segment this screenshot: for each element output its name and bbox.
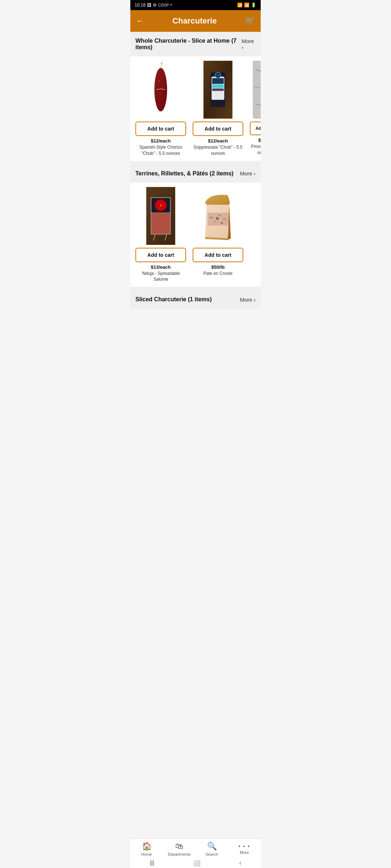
add-to-cart-finocchiona[interactable]: Add t...: [250, 122, 261, 135]
header: ← Charcuterie 🛒: [130, 10, 261, 32]
svg-point-37: [214, 221, 216, 222]
signal-icon: 📶: [244, 3, 249, 8]
svg-line-5: [161, 64, 161, 68]
product-card-nduja: T Add to cart $13/each 'Nduja - Spreadab…: [134, 187, 188, 283]
add-to-cart-pate[interactable]: Add to cart: [193, 248, 243, 262]
product-price-finocchiona: $12/: [258, 137, 261, 143]
product-image-finocchiona: [250, 61, 261, 119]
svg-point-38: [216, 217, 219, 220]
wifi-icon: 📶: [237, 3, 243, 8]
product-name-soppressata: Soppressata "Chub" - 5.5 ounces: [191, 144, 245, 157]
section-terrines-more[interactable]: More ›: [240, 170, 256, 176]
svg-point-0: [154, 68, 167, 111]
svg-rect-18: [253, 61, 261, 119]
cart-button[interactable]: 🛒: [245, 16, 255, 26]
back-button[interactable]: ←: [136, 16, 144, 26]
product-image-soppressata: T: [193, 61, 243, 119]
status-coop-icon: COOP: [158, 3, 169, 7]
product-card-chorizo: Add to cart $12/each Spanish-Style Chori…: [134, 61, 188, 157]
svg-point-39: [221, 222, 223, 224]
svg-point-6: [161, 62, 163, 64]
svg-point-3: [159, 93, 161, 95]
page-content: Whole Charcuterie - Slice at Home (7 ite…: [130, 32, 261, 345]
svg-rect-14: [212, 85, 224, 88]
divider-2: [130, 287, 261, 290]
svg-text:T: T: [160, 204, 161, 207]
svg-point-34: [210, 216, 213, 218]
status-time: 10:18: [135, 3, 146, 8]
status-photo-icon: 🖼: [147, 3, 151, 8]
svg-point-2: [161, 86, 163, 87]
section-whole-charcuterie-more[interactable]: More ›: [242, 38, 256, 50]
product-price-chorizo: $12/each: [151, 138, 171, 144]
product-price-pate: $50/lb: [211, 264, 225, 270]
section-sliced-more[interactable]: More ›: [240, 297, 256, 303]
section-whole-charcuterie-title: Whole Charcuterie - Slice at Home (7 ite…: [135, 38, 242, 51]
status-dot-icon: •: [170, 3, 172, 8]
svg-point-35: [218, 214, 221, 216]
product-price-nduja: $13/each: [151, 264, 171, 270]
product-name-finocchiona: Finocchiona oun...: [248, 144, 261, 156]
svg-point-4: [162, 98, 163, 99]
product-image-chorizo: [135, 61, 186, 119]
product-name-chorizo: Spanish-Style Chorizo "Chub" - 5.5 ounce…: [134, 144, 188, 157]
product-card-pate: Add to cart $50/lb Pate en Croute: [191, 187, 245, 283]
whole-charcuterie-scroll: Add to cart $12/each Spanish-Style Chori…: [130, 56, 261, 161]
product-image-nduja: T: [135, 187, 186, 245]
svg-rect-31: [151, 213, 170, 234]
svg-rect-15: [212, 89, 224, 91]
product-card-finocchiona: Add t... $12/ Finocchiona oun...: [248, 61, 261, 157]
battery-icon: 🔋: [251, 3, 256, 8]
add-to-cart-soppressata[interactable]: Add to cart: [193, 122, 243, 136]
add-to-cart-chorizo[interactable]: Add to cart: [135, 122, 186, 136]
terrines-scroll: T Add to cart $13/each 'Nduja - Spreadab…: [130, 183, 261, 287]
status-settings-icon: ⚙: [153, 3, 157, 8]
status-left: 10:18 🖼 ⚙ COOP •: [135, 3, 172, 8]
product-name-pate: Pate en Croute: [203, 271, 233, 277]
add-to-cart-nduja[interactable]: Add to cart: [135, 248, 186, 262]
page-title: Charcuterie: [172, 16, 216, 26]
section-whole-charcuterie-header: Whole Charcuterie - Slice at Home (7 ite…: [130, 32, 261, 56]
product-price-soppressata: $12/each: [208, 138, 228, 144]
svg-rect-13: [212, 78, 224, 84]
section-terrines-header: Terrines, Rillettes, & Pâtés (2 items) M…: [130, 165, 261, 183]
svg-point-1: [158, 80, 160, 82]
section-sliced-title: Sliced Charcuterie (1 items): [135, 296, 212, 303]
product-name-nduja: 'Nduja - Spreadable Salume: [134, 271, 188, 283]
product-image-pate: [193, 187, 243, 245]
section-sliced-header: Sliced Charcuterie (1 items) More ›: [130, 290, 261, 309]
status-bar: 10:18 🖼 ⚙ COOP • 📶 📶 🔋: [130, 0, 261, 10]
section-terrines-title: Terrines, Rillettes, & Pâtés (2 items): [135, 170, 234, 177]
status-right: 📶 📶 🔋: [237, 3, 256, 8]
svg-point-36: [223, 218, 226, 220]
product-card-soppressata: T Add to cart $12/each Soppressata "Chub…: [191, 61, 245, 157]
divider-1: [130, 161, 261, 165]
